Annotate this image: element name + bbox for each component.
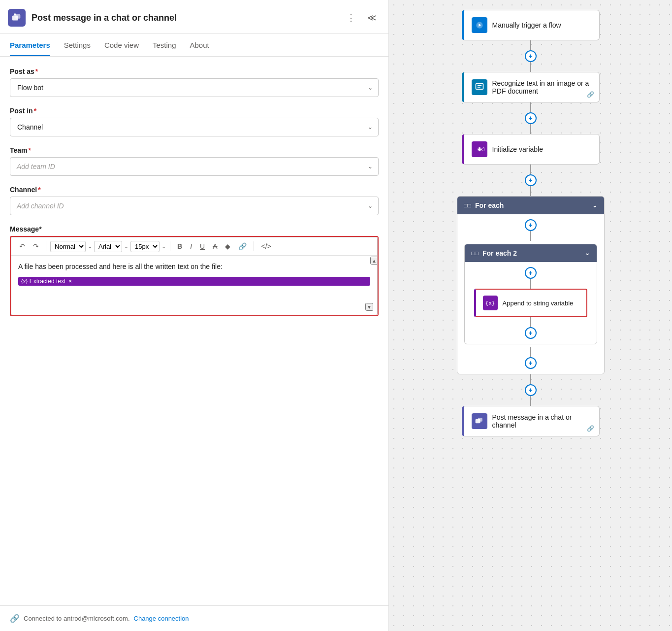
add-in-foreach1-btn[interactable]: + [525, 219, 537, 231]
foreach-2-connector-bottom: + [525, 317, 537, 339]
team-group: Team* ⌄ Add team ID [10, 146, 379, 176]
message-label: Message* [10, 225, 379, 233]
init-var-icon: {x} [472, 141, 487, 157]
flow-line-3b [530, 186, 531, 196]
team-select-wrapper[interactable]: ⌄ Add team ID [10, 157, 379, 176]
foreach-2-chevron-icon[interactable]: ⌄ [585, 250, 590, 257]
tabs: Parameters Settings Code view Testing Ab… [0, 34, 388, 57]
append-string-node[interactable]: {x} Append to string variable [474, 289, 587, 317]
foreach-1-chevron-icon[interactable]: ⌄ [592, 202, 597, 209]
tab-parameters[interactable]: Parameters [10, 34, 50, 56]
connector-3: + [525, 165, 537, 196]
code-view-button[interactable]: </> [258, 240, 274, 252]
manual-trigger-node[interactable]: Manually trigger a flow [462, 10, 600, 40]
manual-trigger-icon [472, 17, 487, 33]
connection-text: Connected to antrod@microsoft.com. [24, 615, 130, 622]
foreach-1-line-b [530, 347, 531, 357]
editor-body[interactable]: A file has been processed and here is al… [11, 256, 377, 315]
flow-line-1b [530, 62, 531, 72]
add-after-append-btn[interactable]: + [525, 327, 537, 339]
link-button[interactable]: 🔗 [235, 240, 250, 252]
undo-button[interactable]: ↶ [16, 240, 28, 252]
style-chevron-icon: ⌄ [88, 243, 92, 250]
editor-text: A file has been processed and here is al… [18, 262, 370, 272]
init-variable-node[interactable]: {x} Initialize variable [462, 134, 600, 165]
font-select[interactable]: Arial [94, 241, 122, 252]
foreach-1-body: + □□ For each 2 ⌄ + [457, 214, 604, 374]
change-connection-link[interactable]: Change connection [134, 615, 189, 622]
tab-about[interactable]: About [190, 34, 209, 56]
recognize-icon [472, 79, 487, 95]
italic-button[interactable]: I [187, 240, 195, 252]
post-in-select-wrapper[interactable]: Channel ⌄ [10, 118, 379, 136]
team-select[interactable] [10, 157, 379, 176]
panel-icon [8, 9, 26, 27]
right-panel: Manually trigger a flow + Recognize text… [389, 0, 672, 631]
form-content: Post as* Flow bot ⌄ Post in* Channel ⌄ [0, 57, 388, 605]
redo-button[interactable]: ↷ [30, 240, 42, 252]
foreach-1-line [530, 231, 531, 241]
channel-select[interactable] [10, 197, 379, 215]
add-step-btn-2[interactable]: + [525, 112, 537, 124]
add-step-btn-4[interactable]: + [525, 384, 537, 396]
append-icon: {x} [483, 296, 498, 310]
append-string-label: Append to string variable [503, 299, 574, 307]
size-select[interactable]: 15px [130, 241, 160, 252]
post-message-link-icon: 🔗 [587, 425, 594, 432]
foreach-1-connector-top: + [525, 219, 537, 241]
foreach-1-connector-bottom: + [525, 347, 537, 369]
post-as-label: Post as* [10, 67, 379, 75]
foreach-1-container: □□ For each ⌄ + □□ For each 2 ⌄ [457, 196, 605, 374]
scrollbar-down-button[interactable]: ▼ [365, 303, 373, 311]
underline-button[interactable]: U [197, 240, 208, 252]
strikethrough-button[interactable]: A [210, 240, 220, 252]
foreach-2-line-b [530, 317, 531, 327]
post-as-select[interactable]: Flow bot [10, 78, 379, 97]
tab-testing[interactable]: Testing [153, 34, 176, 56]
connector-4: + [525, 374, 537, 406]
more-options-button[interactable]: ⋮ [345, 10, 357, 25]
tag-close-button[interactable]: × [68, 278, 72, 285]
scrollbar-up-button[interactable]: ▲ [370, 257, 378, 265]
add-in-foreach2-btn[interactable]: + [525, 267, 537, 279]
add-step-btn-1[interactable]: + [525, 50, 537, 62]
foreach-1-header[interactable]: □□ For each ⌄ [457, 197, 604, 214]
svg-rect-4 [476, 84, 483, 90]
extracted-text-tag[interactable]: {x} Extracted text × [18, 277, 370, 286]
foreach-2-container: □□ For each 2 ⌄ + {x} [464, 244, 597, 344]
add-after-foreach2-btn[interactable]: + [525, 357, 537, 369]
bold-button[interactable]: B [174, 240, 185, 252]
toolbar-divider-2 [170, 241, 170, 251]
recognize-text-node[interactable]: Recognize text in an image or a PDF docu… [462, 72, 600, 102]
style-select[interactable]: Normal [50, 241, 86, 252]
extracted-text-label: Extracted text [30, 278, 65, 285]
highlight-button[interactable]: ◆ [222, 240, 233, 252]
foreach-2-icon: □□ [472, 250, 479, 257]
channel-group: Channel* ⌄ Add channel ID [10, 186, 379, 215]
connection-row: 🔗 Connected to antrod@microsoft.com. Cha… [0, 605, 388, 631]
flow-line-1 [530, 40, 531, 50]
tab-settings[interactable]: Settings [64, 34, 91, 56]
add-step-btn-3[interactable]: + [525, 174, 537, 186]
connection-icon: 🔗 [10, 614, 20, 623]
post-in-group: Post in* Channel ⌄ [10, 107, 379, 136]
tab-codeview[interactable]: Code view [104, 34, 139, 56]
left-panel: Post message in a chat or channel ⋮ ≪ Pa… [0, 0, 389, 631]
collapse-button[interactable]: ≪ [365, 10, 379, 25]
post-in-label: Post in* [10, 107, 379, 115]
foreach-2-header[interactable]: □□ For each 2 ⌄ [465, 244, 597, 262]
flow-line-2b [530, 124, 531, 134]
post-message-node[interactable]: Post message in a chat or channel 🔗 [462, 406, 600, 436]
message-group: Message* ↶ ↷ Normal ⌄ Arial [10, 225, 379, 316]
size-chevron-icon: ⌄ [161, 243, 166, 250]
flow-line-4b [530, 396, 531, 406]
rich-editor: ↶ ↷ Normal ⌄ Arial ⌄ 15px [11, 237, 378, 315]
post-in-select[interactable]: Channel [10, 118, 379, 136]
post-as-select-wrapper[interactable]: Flow bot ⌄ [10, 78, 379, 97]
svg-point-2 [14, 13, 16, 16]
channel-select-wrapper[interactable]: ⌄ Add channel ID [10, 197, 379, 215]
toolbar-divider-3 [254, 241, 254, 251]
connector-1: + [525, 40, 537, 72]
foreach-2-body: + {x} Append to string variable [465, 262, 597, 344]
editor-toolbar: ↶ ↷ Normal ⌄ Arial ⌄ 15px [11, 237, 377, 256]
